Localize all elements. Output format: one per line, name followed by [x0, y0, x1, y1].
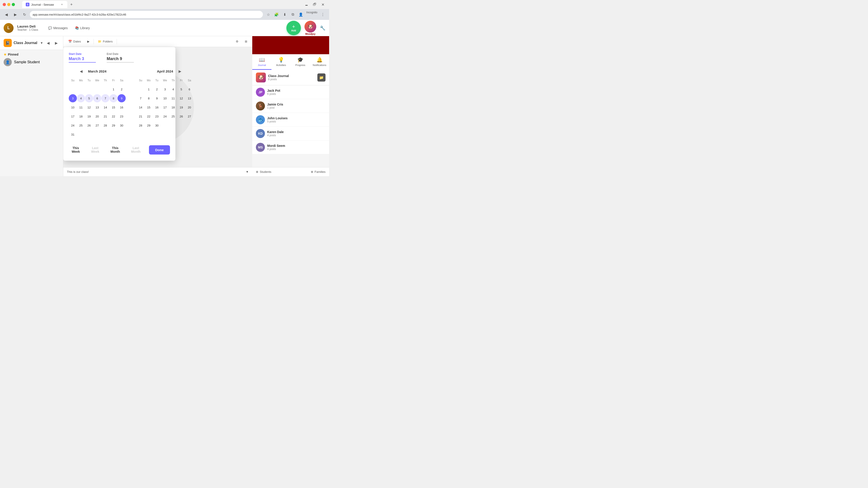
cal-day-30[interactable]: 30 [118, 121, 126, 129]
extensions-button[interactable]: 🧩 [273, 11, 280, 18]
cal-day-3[interactable]: 3 [69, 94, 77, 102]
student-list-item[interactable]: KD Karen Dale 4 posts [252, 127, 329, 140]
done-button[interactable]: Done [149, 145, 170, 155]
apr-cal-day-17[interactable]: 17 [161, 103, 169, 111]
tab-notifications[interactable]: 🔔 Notifications [310, 54, 329, 70]
apr-cal-day-11[interactable]: 11 [169, 94, 177, 102]
arrow-forward-button[interactable]: ▶ [85, 38, 92, 44]
student-list-item[interactable]: 🦌 Jamie Cris 1 post [252, 99, 329, 113]
apr-cal-day-14[interactable]: 14 [136, 103, 145, 111]
apr-cal-day-1[interactable]: 1 [145, 85, 153, 93]
pinned-student-item[interactable]: 👤 Sample Student [4, 56, 59, 68]
folder-button[interactable]: 📁 [317, 73, 326, 82]
folders-button[interactable]: 📁 Folders [96, 38, 115, 44]
apr-cal-day-24[interactable]: 24 [161, 112, 169, 121]
apr-cal-day-16[interactable]: 16 [153, 103, 161, 111]
sidebar-forward-button[interactable]: ▶ [53, 40, 59, 46]
apr-cal-day-15[interactable]: 15 [145, 103, 153, 111]
cal-day-14[interactable]: 14 [101, 103, 110, 111]
apr-cal-day-26[interactable]: 26 [177, 112, 185, 121]
profile-button[interactable]: 👤 [297, 11, 305, 18]
cal-day-20[interactable]: 20 [93, 112, 101, 121]
cal-day-19[interactable]: 19 [85, 112, 93, 121]
cal-day-17[interactable]: 17 [69, 112, 77, 121]
add-families-button[interactable]: ⊕ Families [311, 170, 326, 173]
close-button[interactable] [3, 3, 6, 6]
last-week-button[interactable]: Last Week [88, 144, 102, 155]
cal-day-1[interactable]: 1 [110, 85, 118, 93]
apr-cal-day-29[interactable]: 29 [145, 121, 153, 129]
cal-day-26[interactable]: 26 [85, 121, 93, 129]
moodjoy-avatar[interactable]: 🐶 [305, 21, 316, 33]
apr-cal-day-19[interactable]: 19 [177, 103, 185, 111]
chevron-down-icon[interactable]: ▼ [246, 170, 249, 173]
address-bar[interactable]: app.seesaw.me/#/class/class.e01bf4c2-9a2… [30, 11, 263, 18]
bookmark-button[interactable]: ☆ [265, 11, 272, 18]
new-tab-button[interactable]: + [68, 1, 74, 8]
messages-nav-item[interactable]: 💬 Messages [45, 24, 70, 32]
cal-day-25[interactable]: 25 [77, 121, 85, 129]
apr-cal-day-12[interactable]: 12 [177, 94, 185, 102]
menu-button[interactable]: ⋮ [319, 11, 327, 18]
cal-day-10[interactable]: 10 [69, 103, 77, 111]
cal-day-31[interactable]: 31 [69, 130, 77, 138]
cal-day-5[interactable]: 5 [85, 94, 93, 102]
apr-cal-day-7[interactable]: 7 [136, 94, 145, 102]
march-prev-button[interactable]: ◀ [78, 68, 84, 74]
add-button[interactable]: + Add [286, 21, 301, 35]
apr-cal-day-23[interactable]: 23 [153, 112, 161, 121]
cal-day-7[interactable]: 7 [101, 94, 110, 102]
add-students-button[interactable]: ⊕ Students [256, 170, 271, 173]
library-nav-item[interactable]: 📚 Library [72, 24, 93, 32]
cal-day-16[interactable]: 16 [118, 103, 126, 111]
apr-cal-day-10[interactable]: 10 [161, 94, 169, 102]
cal-day-6[interactable]: 6 [93, 94, 101, 102]
cal-day-23[interactable]: 23 [118, 112, 126, 121]
this-week-button[interactable]: This Week [69, 144, 83, 155]
cal-day-18[interactable]: 18 [77, 112, 85, 121]
cal-day-24[interactable]: 24 [69, 121, 77, 129]
student-list-item[interactable]: 🐟 John Louises 5 posts [252, 113, 329, 127]
apr-cal-day-18[interactable]: 18 [169, 103, 177, 111]
active-tab[interactable]: S Journal - Seesaw × [22, 1, 67, 8]
tab-progress[interactable]: 🎓 Progress [291, 54, 310, 70]
maximize-button[interactable] [12, 3, 15, 6]
settings-button[interactable]: 🔧 [320, 25, 326, 31]
filter-button[interactable]: ⚙ [234, 38, 241, 44]
tab-activities[interactable]: 💡 Activities [272, 54, 291, 70]
last-month-button[interactable]: Last Month [128, 144, 143, 155]
forward-button[interactable]: ▶ [12, 11, 19, 18]
cal-day-11[interactable]: 11 [77, 103, 85, 111]
apr-cal-day-13[interactable]: 13 [185, 94, 193, 102]
cal-day-21[interactable]: 21 [101, 112, 110, 121]
apr-cal-day-21[interactable]: 21 [136, 112, 145, 121]
apr-cal-day-5[interactable]: 5 [177, 85, 185, 93]
restore-button[interactable]: 🗕 [303, 1, 310, 8]
end-date-value[interactable]: March 9 [107, 57, 134, 63]
cal-day-8[interactable]: 8 [110, 94, 118, 102]
cal-day-29[interactable]: 29 [110, 121, 118, 129]
sidebar-back-button[interactable]: ◀ [45, 40, 51, 46]
cal-day-13[interactable]: 13 [93, 103, 101, 111]
class-journal-item[interactable]: 🐶 Class Journal 8 posts 📁 [252, 70, 329, 86]
apr-cal-day-9[interactable]: 9 [153, 94, 161, 102]
back-button[interactable]: ◀ [3, 11, 10, 18]
apr-cal-day-27[interactable]: 27 [185, 112, 193, 121]
student-list-item[interactable]: MS Mordi Seem 4 posts [252, 140, 329, 154]
reload-button[interactable]: ↻ [21, 11, 28, 18]
cal-day-22[interactable]: 22 [110, 112, 118, 121]
apr-cal-day-8[interactable]: 8 [145, 94, 153, 102]
apr-cal-day-30[interactable]: 30 [153, 121, 161, 129]
apr-cal-day-22[interactable]: 22 [145, 112, 153, 121]
cal-day-27[interactable]: 27 [93, 121, 101, 129]
sidebar-dropdown-chevron[interactable]: ▼ [40, 41, 43, 45]
this-month-button[interactable]: This Month [107, 144, 123, 155]
tab-journal[interactable]: 📖 Journal [252, 54, 272, 70]
cal-day-15[interactable]: 15 [110, 103, 118, 111]
cal-day-2[interactable]: 2 [118, 85, 126, 93]
minimize-button[interactable] [7, 3, 10, 6]
apr-cal-day-25[interactable]: 25 [169, 112, 177, 121]
cal-day-12[interactable]: 12 [85, 103, 93, 111]
tab-close-button[interactable]: × [60, 3, 64, 6]
download-button[interactable]: ⬇ [281, 11, 288, 18]
